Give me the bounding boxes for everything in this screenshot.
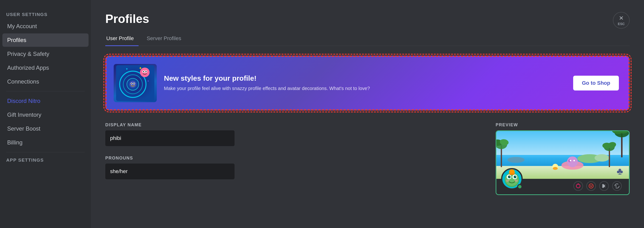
page-title: Profiles bbox=[105, 12, 630, 26]
display-name-input[interactable] bbox=[105, 130, 234, 146]
display-name-group: DISPLAY NAME bbox=[105, 122, 481, 146]
sidebar-item-label: Privacy & Safety bbox=[7, 51, 49, 57]
tab-server-profiles[interactable]: Server Profiles bbox=[146, 32, 186, 46]
promo-description: Make your profile feel alive with snazzy… bbox=[164, 85, 566, 92]
svg-rect-58 bbox=[510, 174, 514, 175]
promo-illustration: ✦ ✦ ✦ bbox=[114, 64, 157, 102]
svg-text:✦: ✦ bbox=[147, 80, 149, 82]
sidebar-item-authorized-apps[interactable]: Authorized Apps bbox=[2, 61, 88, 75]
svg-point-42 bbox=[553, 167, 558, 170]
preview-icon-ring bbox=[574, 181, 583, 191]
sidebar-item-server-boost[interactable]: Server Boost bbox=[2, 122, 88, 135]
sidebar-item-billing[interactable]: Billing bbox=[2, 136, 88, 149]
svg-text:✦: ✦ bbox=[126, 67, 128, 71]
svg-point-12 bbox=[129, 81, 136, 88]
svg-point-56 bbox=[514, 180, 518, 182]
sidebar-item-label: Profiles bbox=[7, 37, 26, 43]
sidebar-item-label: Billing bbox=[7, 139, 22, 146]
sidebar-item-label: My Account bbox=[7, 23, 37, 30]
sidebar-divider-2 bbox=[6, 152, 85, 152]
svg-point-40 bbox=[574, 160, 575, 161]
sidebar-section-user-settings: USER SETTINGS bbox=[2, 9, 88, 19]
sidebar-item-connections[interactable]: Connections bbox=[2, 75, 88, 88]
promo-title: New styles for your profile! bbox=[164, 74, 566, 82]
svg-point-66 bbox=[615, 184, 619, 188]
pronouns-label: PRONOUNS bbox=[105, 156, 481, 161]
svg-point-22 bbox=[594, 154, 609, 162]
promo-text: New styles for your profile! Make your p… bbox=[164, 74, 566, 92]
sidebar-item-profiles[interactable]: Profiles bbox=[2, 33, 88, 47]
svg-point-8 bbox=[146, 71, 147, 72]
svg-point-54 bbox=[515, 176, 516, 177]
form-row: DISPLAY NAME PRONOUNS PREVIEW bbox=[105, 122, 630, 195]
svg-point-7 bbox=[143, 71, 144, 72]
sidebar-section-app-settings: APP SETTINGS bbox=[2, 155, 88, 165]
sidebar-item-gift-inventory[interactable]: Gift Inventory bbox=[2, 108, 88, 121]
svg-point-60 bbox=[578, 184, 579, 185]
sidebar-divider bbox=[6, 91, 85, 92]
preview-icon-rewind bbox=[612, 181, 622, 191]
preview-icon-down bbox=[586, 181, 596, 191]
sidebar-item-discord-nitro[interactable]: Discord Nitro bbox=[2, 94, 88, 108]
svg-text:♣: ♣ bbox=[617, 166, 623, 177]
pronouns-group: PRONOUNS bbox=[105, 156, 481, 179]
sidebar-item-label: Authorized Apps bbox=[7, 64, 49, 71]
pronouns-input[interactable] bbox=[105, 164, 234, 179]
sidebar-item-my-account[interactable]: My Account bbox=[2, 19, 88, 33]
preview-icon-tools bbox=[599, 181, 609, 191]
form-left: DISPLAY NAME PRONOUNS bbox=[105, 122, 481, 189]
close-button[interactable]: ✕ ESC bbox=[613, 12, 630, 29]
preview-card: ♣ bbox=[496, 130, 630, 195]
display-name-label: DISPLAY NAME bbox=[105, 122, 481, 127]
svg-point-61 bbox=[589, 184, 593, 188]
sidebar-item-label: Discord Nitro bbox=[7, 98, 40, 104]
main-content: ✕ ESC Profiles User Profile Server Profi… bbox=[91, 0, 644, 228]
svg-text:✦: ✦ bbox=[139, 66, 142, 70]
svg-point-23 bbox=[507, 157, 524, 163]
esc-label: ESC bbox=[618, 22, 625, 26]
svg-point-16 bbox=[134, 83, 134, 84]
preview-avatar bbox=[501, 168, 523, 190]
tab-user-profile[interactable]: User Profile bbox=[105, 32, 138, 46]
svg-point-55 bbox=[506, 180, 509, 182]
sidebar-item-label: Server Boost bbox=[7, 125, 40, 132]
svg-point-39 bbox=[570, 160, 571, 161]
tabs-bar: User Profile Server Profiles bbox=[105, 32, 630, 46]
go-to-shop-button[interactable]: Go to Shop bbox=[573, 76, 619, 91]
preview-label: PREVIEW bbox=[496, 122, 630, 127]
preview-status-dot bbox=[517, 184, 522, 189]
svg-point-15 bbox=[131, 83, 132, 84]
sidebar-item-privacy-safety[interactable]: Privacy & Safety bbox=[2, 47, 88, 61]
svg-point-53 bbox=[510, 176, 510, 177]
preview-avatar-area bbox=[496, 179, 629, 194]
close-icon: ✕ bbox=[619, 15, 624, 21]
sidebar: USER SETTINGS My Account Profiles Privac… bbox=[0, 0, 91, 228]
sidebar-item-label: Gift Inventory bbox=[7, 112, 42, 118]
promo-banner: ✦ ✦ ✦ New styles for your profile! Make … bbox=[105, 56, 630, 111]
sidebar-item-label: Connections bbox=[7, 78, 39, 85]
preview-panel: PREVIEW bbox=[496, 122, 630, 195]
